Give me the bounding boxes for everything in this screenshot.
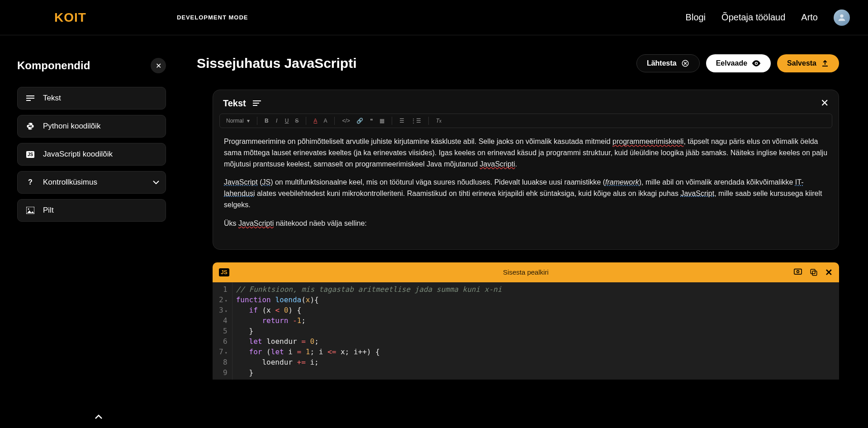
components-sidebar: Komponendid ✕ Tekst Pythoni koodilõik JS <box>0 35 197 428</box>
link-button[interactable]: 🔗 <box>355 117 365 125</box>
chevron-down-icon <box>153 181 159 184</box>
close-icon: ✕ <box>156 62 161 70</box>
nav-blog[interactable]: Blogi <box>686 12 706 23</box>
svg-rect-14 <box>811 269 815 274</box>
settings-button[interactable] <box>793 267 802 278</box>
component-question[interactable]: ? Kontrollküsimus <box>17 171 166 194</box>
text-editor-body[interactable]: Programmeerimine on põhimõtteliselt arvu… <box>213 128 839 249</box>
format-dropdown[interactable]: Normal▾ <box>224 117 251 125</box>
component-label: Pythoni koodilõik <box>43 122 101 131</box>
page-title: Sissejuhatus JavaScripti <box>197 56 357 71</box>
code-lines: // Funktsioon, mis tagastab aritmeetlise… <box>232 282 502 380</box>
close-sidebar-button[interactable]: ✕ <box>151 58 166 73</box>
editor-content: Sissejuhatus JavaScripti Lähtesta Eelvaa… <box>197 35 868 428</box>
preview-button[interactable]: Eelvaade <box>706 54 771 72</box>
copy-icon <box>810 268 818 276</box>
js-icon: JS <box>26 151 35 158</box>
reset-button[interactable]: Lähtesta <box>636 54 700 72</box>
avatar[interactable] <box>834 10 850 26</box>
bold-button[interactable]: B <box>263 117 270 125</box>
save-label: Salvesta <box>787 59 816 67</box>
settings-icon <box>793 268 802 276</box>
rich-text-toolbar: Normal▾ B I U S A A </> 🔗 ❝ ▦ ☰ ⋮☰ Tx <box>219 114 832 128</box>
image-icon <box>26 207 35 214</box>
save-button[interactable]: Salvesta <box>777 54 839 72</box>
component-label: Pilt <box>43 206 54 215</box>
nav-teacher-dashboard[interactable]: Õpetaja töölaud <box>721 12 785 23</box>
strike-button[interactable]: S <box>293 117 300 125</box>
paragraph-1: Programmeerimine on põhimõtteliselt arvu… <box>224 136 828 170</box>
collapse-sidebar-button[interactable] <box>95 414 102 419</box>
code-button[interactable]: </> <box>340 117 351 125</box>
paragraph-3: Üks JavaScripti näitekood näeb välja sel… <box>224 218 828 229</box>
code-block: JS ✕ 123456789 <box>213 262 839 380</box>
eye-icon <box>752 60 761 67</box>
component-text[interactable]: Tekst <box>17 87 166 109</box>
underline-button[interactable]: U <box>283 117 291 125</box>
italic-button[interactable]: I <box>273 117 280 125</box>
component-label: Tekst <box>43 94 61 103</box>
text-block-title: Tekst <box>223 98 246 109</box>
component-label: JavaScripti koodilõik <box>43 150 113 159</box>
svg-point-5 <box>28 209 29 210</box>
python-icon <box>26 122 35 130</box>
close-code-button[interactable]: ✕ <box>825 267 833 278</box>
close-icon: ✕ <box>821 97 829 109</box>
paragraph-2: JavaScript (JS) on multifunktsionaalne k… <box>224 177 828 210</box>
ordered-list-button[interactable]: ☰ <box>398 117 406 125</box>
question-icon: ? <box>26 178 35 186</box>
reset-label: Lähtesta <box>647 59 677 67</box>
svg-point-12 <box>797 270 799 272</box>
js-badge-icon: JS <box>219 268 229 276</box>
header-left: KOIT DEVELOPMENT MODE <box>54 10 248 25</box>
component-javascript[interactable]: JS JavaScripti koodilõik <box>17 143 166 166</box>
code-block-header: JS ✕ <box>213 262 839 282</box>
text-lines-icon <box>252 100 261 106</box>
close-block-button[interactable]: ✕ <box>821 97 829 109</box>
cancel-circle-icon <box>681 59 689 67</box>
avatar-icon <box>837 13 847 23</box>
svg-point-7 <box>755 62 757 64</box>
preview-label: Eelvaade <box>716 59 747 67</box>
sidebar-title: Komponendid <box>17 59 90 72</box>
bullet-list-button[interactable]: ⋮☰ <box>409 117 423 125</box>
close-icon: ✕ <box>825 267 833 278</box>
svg-rect-11 <box>794 269 802 274</box>
insert-button[interactable]: ▦ <box>378 117 386 125</box>
text-icon <box>26 95 35 101</box>
code-editor[interactable]: 123456789 // Funktsioon, mis tagastab ar… <box>213 282 839 380</box>
quote-button[interactable]: ❝ <box>368 117 375 125</box>
header-nav: Blogi Õpetaja töölaud Arto <box>686 10 850 26</box>
bg-color-button[interactable]: A <box>322 117 329 125</box>
component-label: Kontrollküsimus <box>43 178 97 187</box>
logo[interactable]: KOIT <box>54 10 86 25</box>
clear-format-button[interactable]: Tx <box>434 117 443 125</box>
svg-rect-13 <box>812 271 817 276</box>
app-header: KOIT DEVELOPMENT MODE Blogi Õpetaja tööl… <box>0 0 868 35</box>
dev-mode-label: DEVELOPMENT MODE <box>177 14 248 21</box>
text-color-button[interactable]: A <box>312 117 319 125</box>
copy-button[interactable] <box>810 267 818 278</box>
upload-icon <box>821 59 829 67</box>
code-title-input[interactable] <box>458 268 594 276</box>
nav-user-name[interactable]: Arto <box>801 12 818 23</box>
chevron-up-icon <box>95 414 102 419</box>
line-gutter: 123456789 <box>213 282 232 380</box>
component-python[interactable]: Pythoni koodilõik <box>17 115 166 138</box>
component-image[interactable]: Pilt <box>17 199 166 222</box>
text-block: Tekst ✕ Normal▾ B I U S A A </> 🔗 <box>213 90 839 250</box>
svg-point-0 <box>840 14 843 17</box>
